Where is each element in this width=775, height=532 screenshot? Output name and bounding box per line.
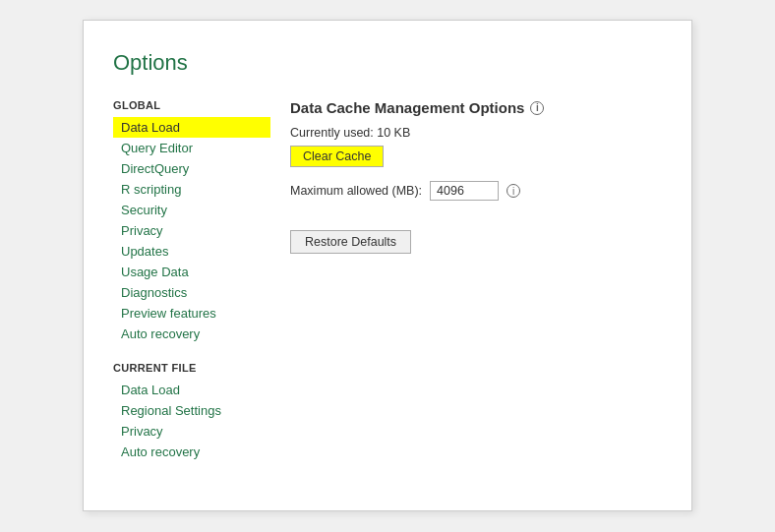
- sidebar-item-directquery[interactable]: DirectQuery: [113, 158, 270, 179]
- sidebar-item-r-scripting[interactable]: R scripting: [113, 179, 270, 200]
- global-group: GLOBAL Data Load Query Editor DirectQuer…: [113, 99, 270, 344]
- max-allowed-label: Maximum allowed (MB):: [290, 184, 422, 198]
- sidebar-item-regional-settings[interactable]: Regional Settings: [113, 400, 270, 421]
- sidebar-item-privacy[interactable]: Privacy: [113, 220, 270, 241]
- main-content: Data Cache Management Options i Currentl…: [270, 99, 662, 480]
- sidebar-item-auto-recovery-global[interactable]: Auto recovery: [113, 324, 270, 344]
- sidebar-item-security[interactable]: Security: [113, 200, 270, 220]
- current-file-section-label: CURRENT FILE: [113, 362, 270, 374]
- options-window: Options GLOBAL Data Load Query Editor Di…: [83, 20, 692, 511]
- global-section-label: GLOBAL: [113, 99, 270, 111]
- sidebar-item-query-editor[interactable]: Query Editor: [113, 138, 270, 158]
- sidebar-item-diagnostics[interactable]: Diagnostics: [113, 282, 270, 303]
- clear-cache-button[interactable]: Clear Cache: [290, 146, 384, 167]
- sidebar-item-privacy-current[interactable]: Privacy: [113, 421, 270, 442]
- sidebar: GLOBAL Data Load Query Editor DirectQuer…: [113, 99, 270, 480]
- sidebar-item-preview-features[interactable]: Preview features: [113, 303, 270, 324]
- restore-defaults-button[interactable]: Restore Defaults: [290, 230, 411, 254]
- max-allowed-input[interactable]: [430, 181, 499, 201]
- current-file-group: CURRENT FILE Data Load Regional Settings…: [113, 362, 270, 462]
- max-allowed-row: Maximum allowed (MB): i: [290, 181, 662, 201]
- page-title: Options: [113, 50, 662, 76]
- currently-used-label: Currently used: 10 KB: [290, 126, 662, 140]
- sidebar-item-data-load-global[interactable]: Data Load: [113, 117, 270, 138]
- sidebar-item-auto-recovery-current[interactable]: Auto recovery: [113, 442, 270, 462]
- section-title-text: Data Cache Management Options: [290, 99, 524, 116]
- max-allowed-info-icon[interactable]: i: [507, 184, 520, 198]
- section-info-icon[interactable]: i: [530, 101, 544, 115]
- sidebar-item-updates[interactable]: Updates: [113, 241, 270, 262]
- sidebar-item-usage-data[interactable]: Usage Data: [113, 262, 270, 282]
- section-title-container: Data Cache Management Options i: [290, 99, 662, 116]
- sidebar-item-data-load-current[interactable]: Data Load: [113, 380, 270, 400]
- content-layout: GLOBAL Data Load Query Editor DirectQuer…: [113, 99, 662, 480]
